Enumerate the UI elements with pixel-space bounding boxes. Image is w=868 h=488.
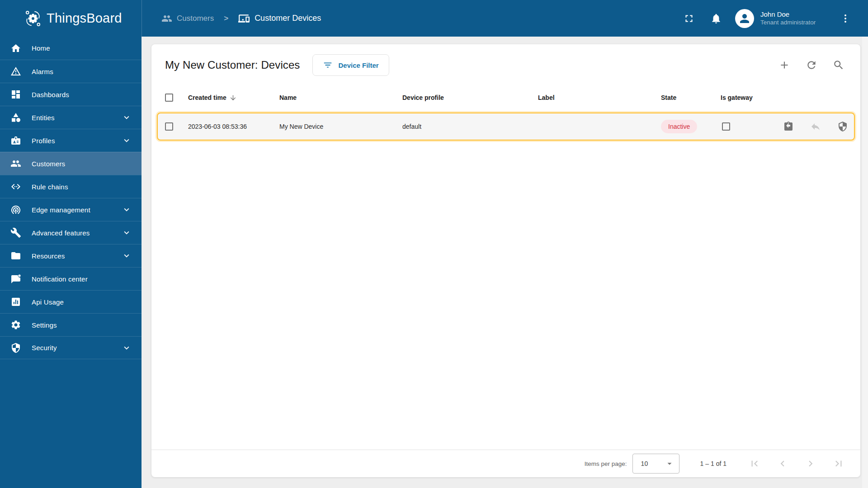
- table-toolbar: [775, 56, 848, 74]
- user-info[interactable]: John Doe Tenant administrator: [760, 10, 832, 27]
- prev-page-icon: [777, 458, 788, 469]
- user-menu-button[interactable]: [836, 9, 854, 28]
- device-filter-label: Device Filter: [338, 61, 378, 69]
- app-logo[interactable]: ThingsBoard: [0, 0, 142, 37]
- cell-created-time: 2023-06-03 08:53:36: [182, 123, 274, 130]
- breadcrumb-current-label: Customer Devices: [255, 14, 321, 23]
- column-header-is-gateway[interactable]: Is gateway: [715, 94, 774, 101]
- sidebar-item-settings[interactable]: Settings: [0, 313, 142, 336]
- cell-device-profile: default: [396, 123, 532, 130]
- notifications-button[interactable]: [707, 9, 725, 28]
- sidebar-item-alarms[interactable]: Alarms: [0, 60, 142, 83]
- cell-is-gateway: [715, 122, 774, 131]
- items-per-page-select[interactable]: 10: [632, 454, 679, 474]
- select-all-cell: [151, 94, 182, 102]
- breadcrumb-separator: >: [224, 14, 228, 23]
- add-entity-button[interactable]: [775, 56, 793, 74]
- sidebar-item-resources[interactable]: Resources: [0, 244, 142, 267]
- shield-icon: [837, 121, 848, 132]
- first-page-icon: [749, 458, 760, 469]
- column-header-label[interactable]: Label: [532, 94, 655, 101]
- user-name: John Doe: [760, 10, 832, 19]
- search-button[interactable]: [830, 56, 848, 74]
- column-header-state[interactable]: State: [655, 94, 715, 101]
- chevron-down-icon: [122, 113, 132, 122]
- sidebar-item-notification-center[interactable]: Notification center: [0, 267, 142, 290]
- pagination-range: 1 – 1 of 1: [700, 460, 726, 467]
- kebab-menu-icon: [840, 13, 851, 24]
- sidebar-item-customers[interactable]: Customers: [0, 152, 142, 175]
- last-page-button[interactable]: [830, 455, 848, 473]
- sidebar-nav: Home Alarms Dashboards Entities Profiles…: [0, 37, 142, 488]
- refresh-icon: [806, 59, 817, 71]
- refresh-button[interactable]: [802, 56, 821, 74]
- last-page-icon: [833, 458, 844, 469]
- avatar[interactable]: [735, 9, 754, 28]
- sort-desc-icon: [229, 94, 237, 102]
- user-role: Tenant administrator: [760, 19, 832, 27]
- items-per-page-value: 10: [641, 460, 665, 467]
- next-page-icon: [805, 458, 816, 469]
- sidebar-item-home[interactable]: Home: [0, 37, 142, 60]
- dashboard-grid-icon: [10, 89, 21, 100]
- pagination-bar: Items per page: 10 1 – 1 of 1: [151, 450, 860, 477]
- warning-triangle-icon: [10, 66, 21, 77]
- fullscreen-button[interactable]: [680, 9, 698, 28]
- fullscreen-icon: [683, 13, 695, 24]
- sidebar-item-api-usage[interactable]: Api Usage: [0, 290, 142, 313]
- sidebar-item-dashboards[interactable]: Dashboards: [0, 83, 142, 106]
- reply-icon: [810, 121, 821, 132]
- select-all-checkbox[interactable]: [165, 94, 173, 102]
- thingsboard-logo-icon: [24, 9, 42, 28]
- bell-icon: [710, 13, 722, 24]
- column-header-created-time[interactable]: Created time: [182, 94, 274, 102]
- column-header-name[interactable]: Name: [274, 94, 396, 101]
- message-dot-icon: [10, 273, 21, 284]
- prev-page-button[interactable]: [774, 455, 792, 473]
- home-icon: [10, 43, 21, 54]
- add-icon: [778, 59, 790, 71]
- sidebar-item-rule-chains[interactable]: Rule chains: [0, 175, 142, 198]
- is-gateway-checkbox[interactable]: [722, 122, 730, 131]
- main-content: My New Customer: Devices Device Filter: [142, 37, 868, 488]
- breadcrumb-parent-label: Customers: [177, 14, 214, 23]
- chevron-down-icon: [122, 251, 132, 261]
- table-row[interactable]: 2023-06-03 08:53:36 My New Device defaul…: [157, 113, 855, 141]
- first-page-button[interactable]: [745, 455, 764, 473]
- scrollbar-track[interactable]: [862, 37, 868, 488]
- breadcrumb-current: Customer Devices: [238, 13, 321, 24]
- badge-icon: [10, 135, 21, 146]
- chevron-down-icon: [122, 136, 132, 145]
- header-actions: John Doe Tenant administrator: [680, 9, 868, 28]
- reply-button[interactable]: [807, 117, 825, 136]
- breadcrumb-customers[interactable]: Customers: [161, 13, 214, 24]
- antenna-icon: [10, 204, 21, 215]
- chevron-down-icon: [122, 205, 132, 215]
- devices-icon: [238, 13, 250, 24]
- pager-controls: [745, 455, 848, 473]
- card-header: My New Customer: Devices Device Filter: [151, 44, 860, 86]
- bar-chart-icon: [10, 296, 21, 307]
- device-filter-button[interactable]: Device Filter: [312, 54, 389, 76]
- assign-return-button[interactable]: [779, 117, 797, 136]
- shield-icon: [10, 343, 21, 353]
- column-header-device-profile[interactable]: Device profile: [396, 94, 532, 101]
- person-icon: [738, 12, 751, 25]
- filter-icon: [323, 60, 333, 70]
- app-name: ThingsBoard: [47, 11, 122, 26]
- clipboard-return-icon: [783, 121, 794, 132]
- sidebar-item-edge-management[interactable]: Edge management: [0, 198, 142, 221]
- sidebar-item-profiles[interactable]: Profiles: [0, 129, 142, 152]
- top-header: ThingsBoard Customers > Customer Devices…: [0, 0, 868, 37]
- row-checkbox[interactable]: [165, 122, 173, 131]
- folder-icon: [10, 250, 21, 261]
- sidebar-item-security[interactable]: Security: [0, 336, 142, 359]
- sidebar-item-advanced-features[interactable]: Advanced features: [0, 221, 142, 244]
- dropdown-caret-icon: [665, 459, 675, 469]
- manage-credentials-button[interactable]: [834, 117, 852, 136]
- gear-icon: [10, 319, 21, 330]
- table-header-row: Created time Name Device profile Label S…: [151, 86, 860, 109]
- next-page-button[interactable]: [802, 455, 820, 473]
- sidebar-item-entities[interactable]: Entities: [0, 106, 142, 129]
- code-dots-icon: [10, 181, 21, 192]
